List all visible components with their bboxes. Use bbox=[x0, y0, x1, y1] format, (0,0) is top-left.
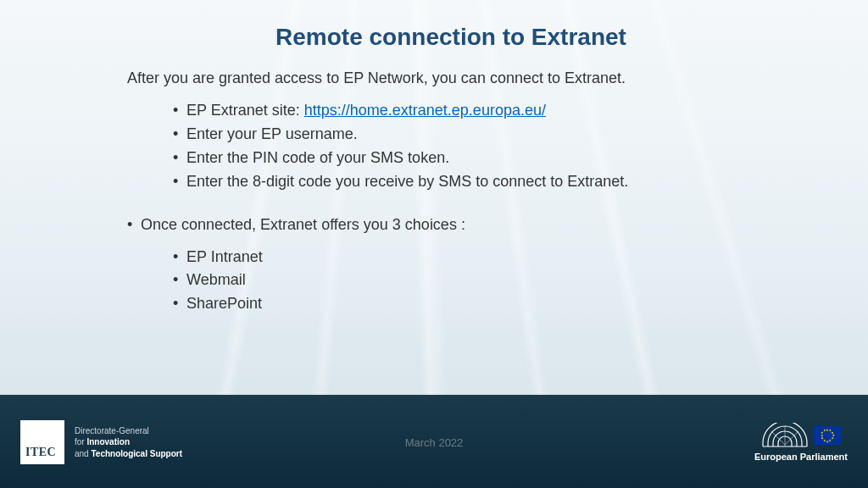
choice-intranet: EP Intranet bbox=[186, 246, 775, 269]
steps-list: EP Extranet site: https://home.extranet.… bbox=[127, 99, 775, 194]
step-username: Enter your EP username. bbox=[186, 123, 775, 147]
footer-date: March 2022 bbox=[405, 436, 464, 449]
itec-logo-text: ITEC bbox=[25, 446, 56, 459]
step-pin: Enter the PIN code of your SMS token. bbox=[186, 147, 775, 170]
extranet-link[interactable]: https://home.extranet.ep.europa.eu/ bbox=[304, 102, 546, 119]
choices-list: EP Intranet Webmail SharePoint bbox=[127, 246, 775, 317]
directorate-line1: Directorate-General bbox=[75, 425, 182, 437]
directorate-text: Directorate-General for Innovation and T… bbox=[75, 425, 182, 460]
directorate-line2: for Innovation bbox=[75, 436, 182, 448]
step-sms-code: Enter the 8-digit code you receive by SM… bbox=[186, 170, 775, 194]
slide-content: Remote connection to Extranet After you … bbox=[0, 0, 868, 395]
ep-name: European Parliament bbox=[754, 452, 848, 462]
step-text: EP Extranet site: bbox=[186, 102, 304, 119]
once-connected-list: Once connected, Extranet offers you 3 ch… bbox=[127, 216, 775, 234]
once-connected-text: Once connected, Extranet offers you 3 ch… bbox=[141, 216, 775, 234]
slide-title: Remote connection to Extranet bbox=[127, 24, 775, 51]
choice-sharepoint: SharePoint bbox=[186, 292, 775, 316]
ep-logo: ★ ★ ★ ★ ★ ★ ★ ★ ★ ★ ★ ★ bbox=[761, 423, 841, 448]
hemicycle-icon bbox=[761, 423, 809, 448]
footer-right: ★ ★ ★ ★ ★ ★ ★ ★ ★ ★ ★ ★ European Parliam… bbox=[754, 423, 848, 462]
itec-logo: ITEC bbox=[20, 420, 64, 464]
step-extranet-site: EP Extranet site: https://home.extranet.… bbox=[186, 99, 775, 123]
directorate-line3: and Technological Support bbox=[75, 448, 182, 460]
footer-left: ITEC Directorate-General for Innovation … bbox=[20, 420, 182, 464]
choice-webmail: Webmail bbox=[186, 269, 775, 292]
eu-flag-icon: ★ ★ ★ ★ ★ ★ ★ ★ ★ ★ ★ ★ bbox=[814, 426, 841, 445]
intro-text: After you are granted access to EP Netwo… bbox=[127, 69, 775, 87]
slide-footer: ITEC Directorate-General for Innovation … bbox=[0, 395, 868, 488]
